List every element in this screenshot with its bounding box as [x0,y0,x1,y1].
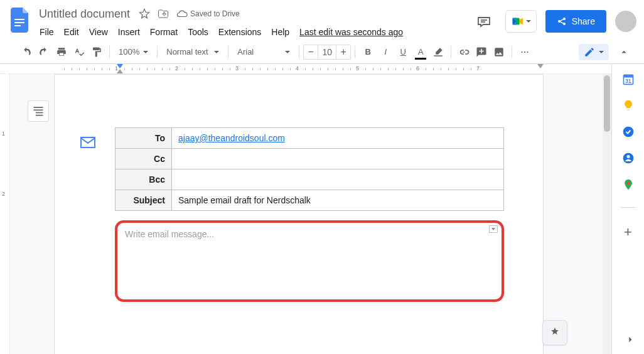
share-label: Share [572,16,595,26]
meet-button[interactable] [505,10,537,33]
redo-button[interactable] [35,43,53,61]
menu-insert[interactable]: Insert [114,24,144,40]
svg-rect-2 [14,25,21,26]
to-label: To [115,128,172,149]
paragraph-style-select[interactable]: Normal text [161,43,224,61]
body-options-dropdown[interactable] [489,225,498,233]
document-page[interactable]: To ajaay@theandroidsoul.com Cc Bcc S [54,74,544,354]
svg-point-8 [524,51,525,52]
font-size-value[interactable]: 10 [318,45,336,59]
bcc-row: Bcc [115,169,504,190]
more-toolbar-button[interactable] [516,43,534,61]
menu-format[interactable]: Format [146,24,182,40]
paint-format-button[interactable] [88,43,105,61]
saved-text: Saved to Drive [190,9,240,18]
horizontal-ruler[interactable]: 1234567 [0,64,611,74]
vertical-scrollbar[interactable] [603,74,611,354]
left-indent-marker[interactable] [117,69,123,73]
move-icon[interactable] [158,8,169,19]
ruler-tick: 4 [296,65,299,72]
contacts-icon[interactable] [622,152,635,164]
cc-cell[interactable] [172,149,504,169]
undo-button[interactable] [18,43,35,61]
text-color-button[interactable]: A [412,43,429,61]
bold-button[interactable]: B [359,43,377,61]
insert-link-button[interactable] [455,43,473,61]
ruler-tick: 7 [476,65,480,72]
svg-rect-1 [14,22,24,23]
subject-row: Subject Sample email draft for Nerdschal… [115,190,504,211]
email-header-table: To ajaay@theandroidsoul.com Cc Bcc S [115,127,504,211]
to-row: To ajaay@theandroidsoul.com [115,128,504,149]
email-body-placeholder: Write email message... [125,229,214,239]
vertical-ruler[interactable]: 12 [0,74,10,354]
font-size-increase[interactable]: + [336,46,350,58]
print-button[interactable] [53,43,70,61]
svg-point-9 [527,51,529,52]
cloud-status[interactable]: Saved to Drive [176,8,240,19]
collapse-sidepanel-button[interactable] [624,333,636,348]
toolbar: 100% Normal text Arial − 10 + B I U A [0,40,644,64]
menu-file[interactable]: File [35,24,58,40]
menu-extensions[interactable]: Extensions [214,24,266,40]
gmail-icon[interactable] [80,136,96,151]
svg-rect-13 [36,115,43,116]
chevron-down-icon [599,51,604,53]
menu-tools[interactable]: Tools [183,24,213,40]
ruler-tick: 1 [2,131,5,137]
explore-button[interactable] [542,320,567,345]
menu-edit[interactable]: Edit [60,24,83,40]
font-select[interactable]: Arial [232,43,295,61]
svg-point-20 [626,181,629,184]
maps-icon[interactable] [622,178,635,191]
editing-mode-button[interactable] [579,44,609,60]
to-value[interactable]: ajaay@theandroidsoul.com [178,133,285,143]
editor-area: 1234567 12 [0,64,611,354]
last-edit-link[interactable]: Last edit was seconds ago [295,24,407,40]
tasks-icon[interactable] [622,126,635,138]
subject-cell[interactable]: Sample email draft for Nerdschalk [172,190,504,211]
svg-rect-12 [36,112,43,114]
email-body-field[interactable]: Write email message... [115,220,504,302]
insert-image-button[interactable] [490,43,508,61]
menu-view[interactable]: View [85,24,112,40]
italic-button[interactable]: I [377,43,394,61]
right-indent-marker[interactable] [537,64,544,68]
outline-toggle-button[interactable] [28,100,49,122]
bcc-label: Bcc [115,169,172,190]
docs-logo-icon[interactable] [8,8,33,33]
hide-menus-button[interactable] [615,43,633,61]
subject-label: Subject [115,190,172,211]
get-addons-button[interactable]: + [624,224,632,240]
svg-rect-0 [14,19,24,20]
menu-help[interactable]: Help [267,24,294,40]
first-line-indent-marker[interactable] [117,64,123,68]
comments-icon[interactable] [471,9,496,34]
underline-button[interactable]: U [394,43,412,61]
cc-row: Cc [115,149,504,169]
calendar-icon[interactable]: 31 [622,73,635,85]
svg-rect-10 [34,107,43,108]
svg-point-19 [626,155,630,158]
highlight-button[interactable] [429,43,447,61]
account-avatar[interactable] [615,11,636,32]
ruler-tick: 6 [416,65,419,72]
to-cell[interactable]: ajaay@theandroidsoul.com [172,128,504,149]
font-size-decrease[interactable]: − [304,46,318,58]
ruler-tick: 5 [356,65,359,72]
keep-icon[interactable] [622,99,635,112]
share-button[interactable]: Share [545,10,606,33]
bcc-cell[interactable] [172,169,504,190]
insert-comment-button[interactable] [473,43,490,61]
svg-point-7 [522,51,523,52]
document-title[interactable]: Untitled document [35,6,134,22]
spellcheck-button[interactable] [70,43,88,61]
svg-text:31: 31 [625,78,631,84]
svg-rect-11 [34,110,43,111]
star-icon[interactable] [139,8,150,19]
chevron-down-icon [526,20,531,23]
ruler-tick: 2 [175,65,178,72]
side-panel: 31 + [611,64,644,354]
font-size-control: − 10 + [303,45,351,60]
zoom-select[interactable]: 100% [114,43,153,61]
